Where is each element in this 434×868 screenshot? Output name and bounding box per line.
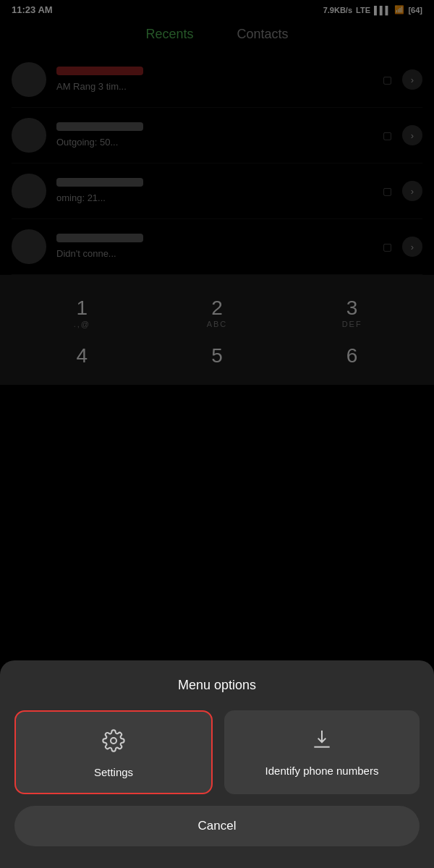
settings-option[interactable]: Settings: [14, 710, 213, 794]
svg-point-0: [111, 738, 116, 744]
sheet-title: Menu options: [14, 678, 420, 693]
identify-option[interactable]: Identify phone numbers: [224, 710, 420, 794]
sheet-options: Settings Identify phone numbers: [14, 710, 420, 794]
settings-label: Settings: [94, 766, 133, 778]
identify-label: Identify phone numbers: [265, 765, 379, 777]
identify-icon: [310, 728, 333, 756]
cancel-button[interactable]: Cancel: [14, 806, 420, 846]
bottom-sheet: Menu options Settings Identify phone nu: [0, 660, 434, 868]
gear-icon: [102, 729, 125, 757]
